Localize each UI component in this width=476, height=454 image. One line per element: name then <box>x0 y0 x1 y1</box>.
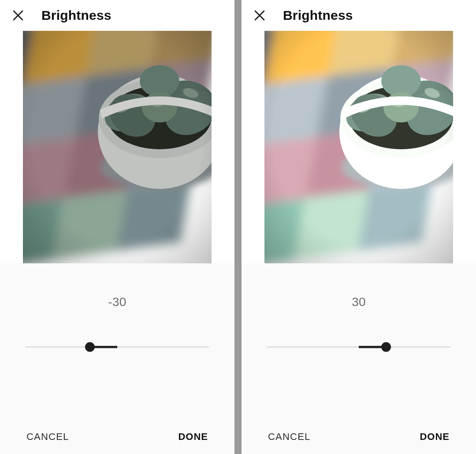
slider-value: 30 <box>242 295 476 309</box>
done-button[interactable]: DONE <box>420 431 450 443</box>
panel-divider <box>234 0 242 454</box>
svg-rect-63 <box>264 31 453 263</box>
header: Brightness <box>242 0 476 29</box>
svg-rect-31 <box>23 31 212 263</box>
cancel-button[interactable]: CANCEL <box>26 431 69 443</box>
slider-handle[interactable] <box>381 342 391 352</box>
close-icon[interactable] <box>252 8 267 23</box>
controls-area: 30 CANCEL DONE <box>242 263 476 454</box>
close-icon[interactable] <box>11 8 26 23</box>
brightness-panel: Brightness <box>0 0 234 454</box>
brightness-panel: Brightness <box>242 0 476 454</box>
header: Brightness <box>0 0 234 29</box>
slider-value: -30 <box>0 295 234 309</box>
photo-preview <box>23 31 212 263</box>
done-button[interactable]: DONE <box>178 431 208 443</box>
footer: CANCEL DONE <box>0 431 234 454</box>
preview-container <box>242 29 476 263</box>
brightness-slider[interactable] <box>267 343 450 351</box>
slider-handle[interactable] <box>85 342 95 352</box>
slider-track <box>26 347 209 347</box>
preview-container <box>0 29 234 263</box>
cancel-button[interactable]: CANCEL <box>268 431 310 443</box>
page-title: Brightness <box>41 8 112 23</box>
brightness-slider[interactable] <box>26 343 209 351</box>
page-title: Brightness <box>283 8 353 23</box>
footer: CANCEL DONE <box>242 431 476 454</box>
photo-preview <box>264 31 453 263</box>
controls-area: -30 CANCEL DONE <box>0 263 234 454</box>
